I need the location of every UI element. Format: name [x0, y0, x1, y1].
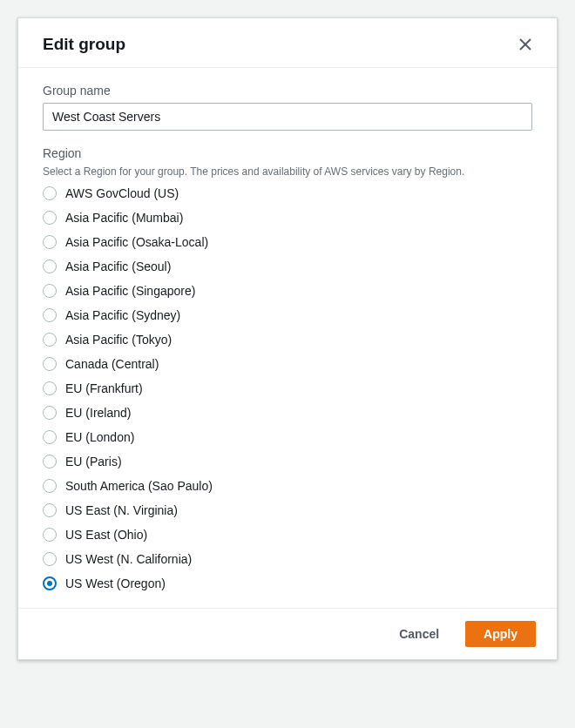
radio-icon [43, 357, 57, 371]
region-option-label: Asia Pacific (Singapore) [65, 284, 195, 298]
region-option-label: EU (Paris) [65, 455, 122, 468]
radio-icon [43, 576, 57, 590]
region-option-label: EU (London) [65, 430, 134, 444]
radio-icon [43, 552, 57, 566]
region-option[interactable]: EU (Frankfurt) [43, 381, 532, 395]
modal-footer: Cancel Apply [18, 608, 557, 659]
region-option[interactable]: South America (Sao Paulo) [43, 479, 532, 493]
region-option-label: US West (Oregon) [65, 576, 166, 590]
region-option[interactable]: EU (Paris) [43, 455, 532, 468]
region-option-label: Asia Pacific (Osaka-Local) [65, 235, 208, 249]
region-option-label: Asia Pacific (Seoul) [65, 260, 171, 273]
region-option-label: South America (Sao Paulo) [65, 479, 213, 493]
radio-icon [43, 406, 57, 420]
region-option[interactable]: US East (N. Virginia) [43, 503, 532, 517]
region-option[interactable]: EU (London) [43, 430, 532, 444]
region-option[interactable]: Asia Pacific (Tokyo) [43, 333, 532, 347]
region-option[interactable]: AWS GovCloud (US) [43, 186, 532, 200]
radio-icon [43, 284, 57, 298]
modal-title: Edit group [43, 35, 125, 54]
region-option[interactable]: Asia Pacific (Singapore) [43, 284, 532, 298]
radio-icon [43, 186, 57, 200]
region-option-label: AWS GovCloud (US) [65, 186, 179, 200]
region-option[interactable]: EU (Ireland) [43, 406, 532, 420]
region-option[interactable]: Asia Pacific (Osaka-Local) [43, 235, 532, 249]
region-option-label: US East (N. Virginia) [65, 503, 178, 517]
region-option-label: EU (Ireland) [65, 406, 131, 420]
radio-icon [43, 308, 57, 322]
region-option-label: US West (N. California) [65, 552, 192, 566]
radio-icon [43, 260, 57, 273]
region-option-label: Asia Pacific (Mumbai) [65, 211, 183, 225]
region-option[interactable]: US East (Ohio) [43, 528, 532, 542]
region-option-label: Asia Pacific (Tokyo) [65, 333, 172, 347]
region-option[interactable]: Asia Pacific (Seoul) [43, 260, 532, 273]
close-icon [518, 37, 532, 51]
group-name-label: Group name [43, 84, 532, 98]
region-label: Region [43, 146, 532, 160]
radio-icon [43, 503, 57, 517]
modal-header: Edit group [18, 18, 557, 68]
group-name-input[interactable] [43, 103, 532, 131]
region-option[interactable]: Asia Pacific (Sydney) [43, 308, 532, 322]
radio-icon [43, 479, 57, 493]
apply-button[interactable]: Apply [465, 621, 536, 647]
modal-body: Group name Region Select a Region for yo… [18, 68, 557, 608]
region-option-label: Asia Pacific (Sydney) [65, 308, 180, 322]
region-option[interactable]: Asia Pacific (Mumbai) [43, 211, 532, 225]
close-button[interactable] [515, 34, 536, 55]
radio-icon [43, 455, 57, 468]
region-option[interactable]: US West (Oregon) [43, 576, 532, 590]
edit-group-modal: Edit group Group name Region Select a Re… [17, 17, 558, 660]
cancel-button[interactable]: Cancel [382, 622, 457, 646]
region-option[interactable]: US West (N. California) [43, 552, 532, 566]
region-option-label: Canada (Central) [65, 357, 159, 371]
region-radio-list: AWS GovCloud (US)Asia Pacific (Mumbai)As… [43, 186, 532, 590]
radio-icon [43, 528, 57, 542]
region-option-label: US East (Ohio) [65, 528, 147, 542]
region-hint: Select a Region for your group. The pric… [43, 165, 532, 178]
radio-icon [43, 381, 57, 395]
region-option[interactable]: Canada (Central) [43, 357, 532, 371]
radio-icon [43, 430, 57, 444]
radio-icon [43, 235, 57, 249]
radio-icon [43, 211, 57, 225]
region-option-label: EU (Frankfurt) [65, 381, 143, 395]
radio-icon [43, 333, 57, 347]
